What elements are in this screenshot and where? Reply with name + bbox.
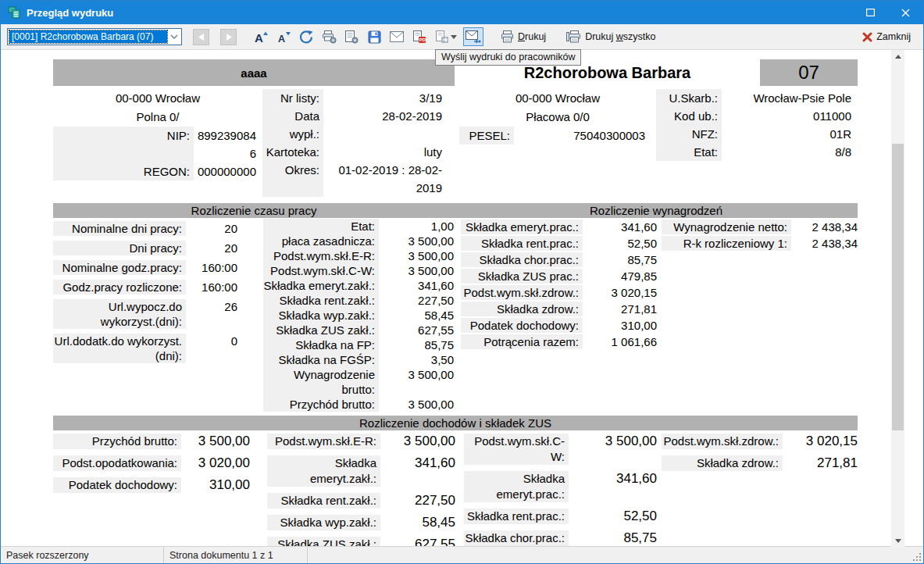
table-row: REGON: 000000000 (53, 162, 262, 180)
row-label: Etat: (656, 143, 722, 161)
row-value: 26 (186, 299, 237, 329)
time-settlement-title: Rozliczenie czasu pracy (53, 203, 455, 218)
row-value: 160:00 (186, 280, 237, 294)
zus-settlement-body: Przychód brutto: 3 500,00 Podst.opodatko… (53, 430, 858, 548)
row-value: 2 438,34 (791, 220, 858, 234)
row-value: 271,81 (783, 455, 858, 471)
row-value: 341,60 (569, 471, 657, 502)
row-value: 3 500,00 (379, 263, 454, 278)
row-label: Składka na FP: (263, 337, 379, 352)
row-label: R-k rozliczeniowy 1: (662, 236, 791, 251)
row-value: 3 020,15 (583, 285, 657, 300)
print-setup-icon[interactable] (319, 27, 339, 46)
table-row: Podst.opodatkowania: 3 020,00 (53, 452, 250, 474)
export-dropdown-chevron-icon[interactable] (450, 35, 458, 39)
document-preview-area: aaaa R2chorobowa Barbara 07 00-000 Wrocł… (2, 50, 923, 548)
print-all-button[interactable]: Drukuj wszystko (563, 29, 658, 45)
row-value: 52,50 (569, 509, 657, 524)
close-button[interactable] (888, 1, 923, 24)
table-row: Podst.wym.skł.C-W: 3 500,00 (464, 430, 657, 468)
row-label: Składka zdrow.: (461, 302, 583, 316)
table-row: Składka wyp.zakł.: 58,45 (263, 308, 454, 323)
resize-grip[interactable] (912, 552, 922, 562)
row-value: 3 500,00 (569, 434, 657, 465)
scroll-up-icon[interactable] (891, 50, 904, 63)
table-row: Url.wypocz.do wykorzyst.(dni): 26 (53, 297, 241, 331)
row-label: NIP: (53, 127, 194, 162)
table-row: Przychód brutto: 3 500,00 (53, 430, 250, 452)
table-row: Podatek dochodowy: 310,00 (53, 474, 250, 496)
company-city: 00-000 Wrocław (53, 89, 262, 108)
export-pdf-icon[interactable]: PDF (409, 27, 430, 46)
row-label: Wynagrodzenie brutto: (263, 367, 379, 397)
row-label: Składka rent.zakł.: (267, 493, 380, 509)
employee-street: Płacowa 0/0 (459, 108, 656, 127)
row-value: 3 500,00 (379, 367, 454, 397)
row-label: Przychód brutto: (263, 397, 379, 412)
row-label: NFZ: (656, 125, 722, 143)
table-row: Składka rent.zakł.: 227,50 (263, 293, 454, 308)
chevron-down-icon[interactable] (167, 34, 181, 39)
row-label: Składka na FGŚP: (263, 352, 379, 367)
font-increase-button[interactable]: A (251, 27, 271, 46)
table-row: Dni pracy: 20 (53, 238, 241, 258)
employee-address-group: 00-000 Wrocław Płacowa 0/0 PESEL: 750403… (459, 89, 656, 197)
row-value: 160:00 (186, 260, 237, 275)
titlebar: Przegląd wydruku (1, 1, 923, 24)
row-value: 8992390846 (194, 127, 256, 162)
print-button[interactable]: Drukuj (498, 29, 549, 45)
employee-ids-group: U.Skarb.: Wrocław-Psie Pole Kod ub.: 011… (656, 89, 858, 197)
table-row: Podatek dochodowy: 310,00 (461, 317, 657, 334)
table-row: Wynagrodzenie brutto: 3 500,00 (263, 367, 454, 397)
page-setup-icon[interactable] (341, 27, 362, 46)
row-value: 3 020,15 (783, 434, 858, 449)
row-value: 58,45 (380, 515, 455, 530)
row-label: Nominalne dni pracy: (53, 221, 186, 236)
svg-text:A: A (278, 34, 285, 44)
row-value: 3 020,00 (181, 455, 250, 471)
row-label: Podatek dochodowy: (53, 477, 181, 493)
email-icon[interactable] (387, 27, 407, 46)
row-label: Kod ub.: (656, 107, 722, 125)
refresh-icon[interactable] (296, 27, 316, 46)
row-label: Podatek dochodowy: (461, 318, 583, 333)
save-icon[interactable] (364, 27, 384, 46)
table-row: Składka rent.prac.: 52,50 (461, 235, 657, 252)
company-name: aaaa (53, 59, 455, 86)
table-row: Godz.pracy rozliczone: 160:00 (53, 277, 241, 297)
row-label: Składka emeryt.zakł.: (267, 455, 380, 487)
zus-employer-rows: Podst.wym.skł.E-R: 3 500,00 Składka emer… (267, 430, 455, 548)
employee-contributions-rows: Składka emeryt.prac.: 341,60 Składka ren… (461, 219, 657, 350)
previous-page-button[interactable] (193, 29, 209, 45)
table-row: Składka emeryt.prac.: 341,60 (464, 468, 657, 505)
next-page-button[interactable] (220, 29, 237, 45)
close-preview-label: Zamknij (876, 31, 911, 42)
time-settlement-rows: Nominalne dni pracy: 20 Dni pracy: 20 No… (53, 219, 241, 366)
row-value: 1,00 (379, 219, 454, 234)
row-label: Składka zdrow.: (662, 455, 783, 471)
maximize-button[interactable] (853, 1, 888, 24)
row-label: Składka wyp.zakł.: (263, 308, 379, 323)
row-label: REGON: (53, 162, 194, 180)
row-label: Okres: (262, 161, 323, 197)
row-value: 01R (722, 125, 851, 143)
document-selector[interactable]: [0001] R2chorobowa Barbara (07) (7, 28, 182, 45)
row-value: 01-02-2019 : 28-02-2019 (323, 161, 447, 197)
table-row: Podst.wym.skł.zdrow.: 3 020,15 (461, 284, 657, 301)
row-value: 227,50 (380, 493, 455, 509)
row-value: 341,60 (380, 455, 455, 487)
row-value: 3 500,00 (379, 248, 454, 263)
net-pay-rows: Wynagrodzenie netto: 2 438,34 R-k rozlic… (662, 219, 858, 252)
row-value: Wrocław-Psie Pole (722, 89, 851, 107)
font-decrease-button[interactable]: A (273, 27, 294, 46)
row-value: 3 500,00 (379, 397, 454, 412)
row-value: 2 438,34 (791, 236, 858, 251)
scrollbar-thumb[interactable] (892, 144, 904, 430)
vertical-scrollbar[interactable] (891, 50, 904, 548)
scroll-down-icon[interactable] (891, 534, 904, 548)
close-preview-button[interactable]: Zamknij (859, 30, 914, 44)
send-printouts-button[interactable] (463, 27, 483, 46)
print-all-button-label: Drukuj wszystko (585, 31, 655, 42)
window-title: Przegląd wydruku (27, 7, 113, 19)
row-value: 011000 (722, 107, 851, 125)
